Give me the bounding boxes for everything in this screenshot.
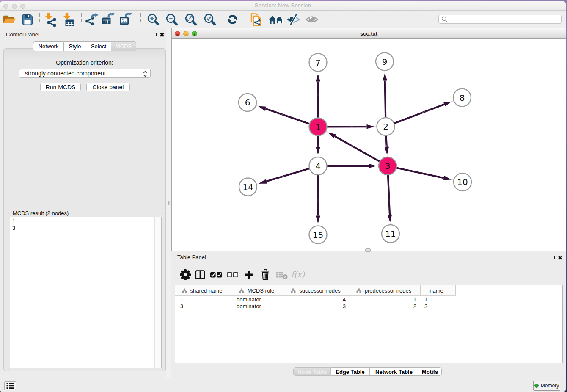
zoom-out-icon[interactable] (164, 12, 179, 27)
column-header-predecessor-nodes[interactable]: predecessor nodes (350, 285, 421, 296)
search-box[interactable] (438, 15, 562, 24)
first-neighbors-icon[interactable] (268, 12, 284, 27)
svg-text:3: 3 (385, 161, 391, 171)
open-session-icon[interactable] (2, 12, 17, 27)
table-panel-close-icon[interactable]: ✖ (558, 256, 563, 260)
table-settings-icon[interactable] (178, 267, 193, 283)
table-tab-motifs[interactable]: Motifs (418, 367, 442, 376)
graph-node-14[interactable]: 14 (239, 178, 257, 196)
table-tab-edge-table[interactable]: Edge Table (331, 367, 370, 376)
table-tab-node-table[interactable]: Node Table (293, 367, 331, 376)
zoom-in-icon[interactable] (146, 12, 161, 27)
horizontal-split-grip[interactable] (365, 248, 371, 252)
import-table-icon[interactable] (60, 12, 75, 27)
graph-node-1[interactable]: 1 (309, 118, 327, 136)
graph-node-3[interactable]: 3 (379, 157, 396, 175)
column-header-label: predecessor nodes (365, 287, 412, 294)
app-titlebar[interactable]: Session: New Session (0, 1, 566, 11)
graph-node-2[interactable]: 2 (377, 118, 395, 135)
memory-button[interactable]: Memory (533, 381, 560, 391)
graph-node-4[interactable]: 4 (309, 157, 327, 175)
unselect-all-columns-icon[interactable] (225, 267, 239, 283)
column-header-name[interactable]: name (421, 285, 456, 296)
cell-1-MCDS-role[interactable]: dominator (237, 303, 261, 310)
graph-node-6[interactable]: 6 (239, 94, 256, 111)
svg-text:11: 11 (385, 229, 396, 239)
toolbar-separator (244, 13, 244, 25)
control-panel-close-icon[interactable]: ✖ (160, 33, 165, 37)
network-canvas[interactable]: 1 2 3 4 6 7 8 9 10 11 14 15 (172, 39, 566, 251)
column-header-label: name (429, 287, 443, 294)
create-column-icon[interactable] (242, 267, 256, 283)
criterion-dropdown[interactable]: strongly connected component (19, 69, 151, 78)
export-network-icon[interactable] (84, 12, 99, 27)
cell-1-name[interactable]: 3 (424, 303, 427, 310)
control-panel-float-icon[interactable] (153, 33, 157, 36)
run-mcds-button[interactable]: Run MCDS (40, 83, 81, 91)
select-all-columns-icon[interactable] (209, 267, 223, 283)
graph-node-7[interactable]: 7 (309, 54, 327, 72)
search-input[interactable] (449, 16, 561, 23)
mcds-result-title: MCDS result (2 nodes) (11, 210, 70, 216)
graph-edge-1-6[interactable] (256, 105, 318, 127)
svg-text:7: 7 (315, 58, 321, 68)
table-tab-network-table[interactable]: Network Table (370, 367, 418, 376)
column-header-MCDS-role[interactable]: MCDS role (232, 285, 284, 296)
graph-edge-3-10[interactable] (388, 166, 453, 180)
zoom-fit-icon[interactable] (183, 12, 198, 27)
mcds-result-textarea[interactable]: 13 (10, 217, 162, 368)
column-header-successor-nodes[interactable]: successor nodes (284, 285, 350, 296)
result-scrollbar[interactable] (154, 217, 161, 368)
graph-node-8[interactable]: 8 (453, 89, 471, 107)
criterion-value: strongly connected component (25, 70, 106, 77)
graph-node-15[interactable]: 15 (309, 226, 327, 244)
save-session-icon[interactable] (20, 12, 35, 27)
column-header-shared-name[interactable]: shared name (175, 285, 232, 296)
cell-0-MCDS-role[interactable]: dominator (237, 296, 261, 303)
toggle-panes-icon[interactable] (193, 267, 207, 283)
svg-text:8: 8 (460, 93, 465, 103)
table-panel-title: Table Panel (177, 254, 206, 260)
cell-0-predecessor-nodes[interactable]: 1 (413, 296, 416, 303)
export-image-icon[interactable] (118, 12, 133, 27)
graph-edge-3-1[interactable] (326, 131, 388, 166)
graph-node-10[interactable]: 10 (454, 173, 471, 191)
table-header: shared name MCDS role successor nodes pr… (175, 285, 562, 296)
export-table-icon[interactable] (101, 12, 116, 27)
svg-text:15: 15 (313, 230, 323, 240)
cell-0-shared-name[interactable]: 1 (180, 296, 183, 303)
cell-0-successor-nodes[interactable]: 4 (343, 296, 346, 303)
control-panel-tab-select[interactable]: Select (86, 41, 111, 51)
column-type-icon (182, 288, 187, 293)
control-panel-tab-network[interactable]: Network (33, 41, 64, 51)
toolbar-separator (140, 13, 141, 25)
node-table: shared name MCDS role successor nodes pr… (175, 285, 563, 363)
new-network-from-selection-icon[interactable] (248, 12, 263, 27)
graph-edge-4-14[interactable] (257, 166, 318, 184)
delete-columns-icon[interactable] (258, 267, 272, 283)
optimization-criterion-label: Optimization criterion: (4, 59, 165, 66)
cell-0-name[interactable]: 1 (424, 296, 427, 303)
column-type-icon (239, 288, 244, 293)
zoom-selected-icon[interactable] (202, 12, 217, 27)
show-all-icon[interactable] (304, 12, 319, 27)
network-window-titlebar[interactable]: scc.txt (172, 28, 566, 39)
close-panel-button[interactable]: Close panel (86, 83, 130, 91)
column-header-label: successor nodes (299, 287, 341, 294)
apply-layout-icon[interactable] (225, 12, 240, 27)
cell-1-successor-nodes[interactable]: 3 (343, 303, 346, 310)
cell-1-shared-name[interactable]: 3 (180, 303, 183, 310)
control-panel-tab-mcds[interactable]: MCDS (111, 41, 136, 51)
graph-edge-2-8[interactable] (386, 101, 454, 127)
graph-node-9[interactable]: 9 (376, 53, 394, 71)
hide-selected-icon[interactable] (286, 12, 301, 27)
mcds-panel: Optimization criterion: strongly connect… (3, 48, 166, 371)
svg-text:10: 10 (457, 177, 468, 187)
column-type-icon (356, 288, 361, 293)
table-panel-float-icon[interactable] (551, 256, 555, 259)
show-panels-button[interactable] (4, 381, 16, 390)
control-panel-tab-style[interactable]: Style (64, 41, 86, 51)
cell-1-predecessor-nodes[interactable]: 2 (413, 303, 416, 310)
graph-node-11[interactable]: 11 (382, 225, 399, 243)
import-network-icon[interactable] (42, 12, 57, 27)
